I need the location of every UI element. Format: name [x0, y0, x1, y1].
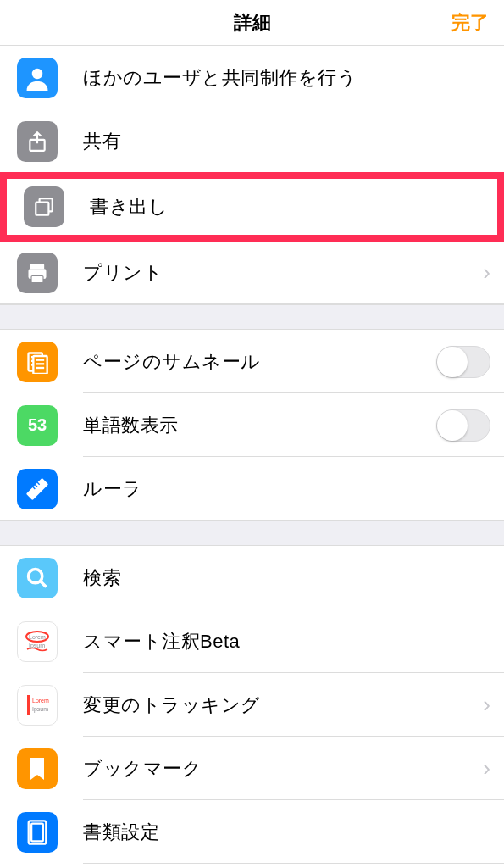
- print-icon: [17, 253, 58, 293]
- svg-text:Lorem: Lorem: [32, 698, 49, 704]
- person-icon: [17, 58, 58, 98]
- docsettings-icon: [17, 812, 58, 853]
- svg-rect-28: [31, 823, 43, 841]
- row-label: ページのサムネール: [83, 349, 436, 375]
- section-separator: [0, 520, 504, 546]
- done-button[interactable]: 完了: [451, 10, 489, 36]
- row-thumbnails[interactable]: ページのサムネール: [0, 330, 504, 393]
- row-bookmark[interactable]: ブックマーク ›: [0, 737, 504, 800]
- row-label: 変更のトラッキング: [83, 693, 478, 718]
- section-separator: [0, 304, 504, 330]
- thumbnails-toggle[interactable]: [436, 346, 490, 378]
- svg-text:Lorem: Lorem: [29, 634, 46, 640]
- svg-point-0: [32, 68, 43, 79]
- row-label: プリント: [83, 260, 478, 286]
- header-bar: 詳細 完了: [0, 0, 504, 46]
- chevron-right-icon: ›: [483, 259, 490, 286]
- row-label: 書類設定: [83, 820, 490, 845]
- row-wordcount[interactable]: 53 単語数表示: [0, 393, 504, 457]
- row-label: 共有: [83, 129, 490, 154]
- row-label: 単語数表示: [83, 413, 436, 438]
- thumbnails-icon: [17, 342, 58, 382]
- svg-rect-15: [26, 477, 48, 499]
- row-ruler[interactable]: ルーラ: [0, 457, 504, 520]
- wordcount-toggle[interactable]: [436, 409, 490, 442]
- chevron-right-icon: ›: [483, 755, 490, 782]
- export-highlight: 書き出し: [0, 172, 504, 242]
- row-label: 検索: [83, 565, 490, 591]
- row-search[interactable]: 検索: [0, 546, 504, 609]
- wordcount-number: 53: [28, 415, 47, 435]
- row-print[interactable]: プリント ›: [0, 241, 504, 304]
- svg-line-20: [41, 581, 47, 587]
- search-icon: [17, 558, 58, 598]
- tracking-icon: LoremIpsum: [17, 685, 58, 726]
- svg-rect-3: [36, 203, 48, 215]
- smartannot-icon: LoremIpsum: [17, 621, 58, 662]
- share-icon: [17, 121, 58, 162]
- svg-rect-4: [30, 264, 44, 269]
- row-smartannot[interactable]: LoremIpsum スマート注釈Beta: [0, 609, 504, 673]
- row-label: スマート注釈Beta: [83, 629, 490, 654]
- export-icon: [24, 186, 64, 227]
- row-label: ほかのユーザと共同制作を行う: [83, 65, 490, 91]
- svg-text:Ipsum: Ipsum: [32, 706, 48, 713]
- row-label: 書き出し: [90, 194, 484, 220]
- row-docsettings[interactable]: 書類設定: [0, 800, 504, 864]
- ruler-icon: [17, 469, 58, 509]
- wordcount-icon: 53: [17, 405, 58, 446]
- svg-rect-6: [31, 275, 43, 282]
- page-title: 詳細: [234, 10, 271, 36]
- svg-rect-24: [27, 695, 30, 715]
- bookmark-icon: [17, 748, 58, 789]
- svg-point-19: [29, 569, 42, 582]
- row-collaborate[interactable]: ほかのユーザと共同制作を行う: [0, 46, 504, 109]
- row-presenter[interactable]: 発表者モード: [0, 864, 504, 868]
- row-label: ブックマーク: [83, 756, 478, 782]
- row-export[interactable]: 書き出し: [7, 179, 497, 235]
- row-label: ルーラ: [83, 476, 490, 502]
- row-tracking[interactable]: LoremIpsum 変更のトラッキング ›: [0, 673, 504, 737]
- row-share[interactable]: 共有: [0, 109, 504, 173]
- chevron-right-icon: ›: [483, 692, 490, 718]
